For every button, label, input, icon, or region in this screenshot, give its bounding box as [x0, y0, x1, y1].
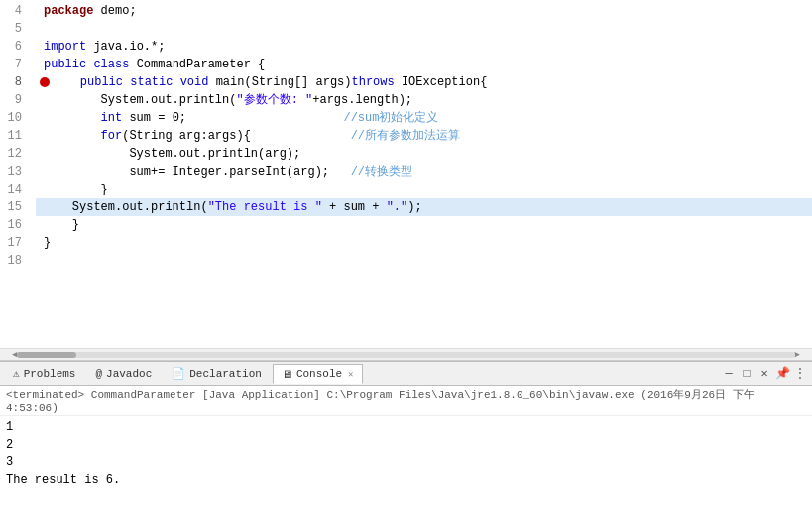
line-number: 8 [4, 73, 28, 91]
code-line [36, 20, 812, 38]
line-number: 14 [4, 181, 28, 198]
code-line: int sum = 0; //sum初始化定义 [36, 109, 812, 127]
maximize-console-btn[interactable]: □ [739, 366, 754, 382]
breakpoint-dot [40, 77, 50, 87]
console-output-line: 1 [6, 418, 806, 436]
line-number: 12 [4, 145, 28, 163]
tab-bar: ⚠ Problems @ Javadoc 📄 Declaration 🖥 Con… [0, 362, 812, 386]
line-number: 4 [4, 2, 28, 20]
scroll-right-btn[interactable]: ▶ [795, 349, 800, 360]
line-number: 17 [4, 234, 28, 252]
console-output-line: 3 [6, 454, 806, 471]
minimize-console-btn[interactable]: — [721, 366, 737, 382]
tab-javadoc-label: Javadoc [106, 368, 152, 380]
code-line: System.out.println("参数个数: "+args.length)… [36, 91, 812, 109]
code-line: } [36, 216, 812, 234]
line-number: 10 [4, 109, 28, 127]
line-number: 7 [4, 56, 28, 73]
menu-console-btn[interactable]: ⋮ [792, 366, 808, 382]
bottom-panel: ⚠ Problems @ Javadoc 📄 Declaration 🖥 Con… [0, 361, 812, 520]
scrollbar-thumb[interactable] [17, 352, 76, 358]
code-line: import java.io.*; [36, 38, 812, 56]
tab-declaration[interactable]: 📄 Declaration [163, 364, 271, 384]
console-output: 123The result is 6. [0, 416, 812, 520]
code-line: for(String arg:args){ //所有参数加法运算 [36, 127, 812, 145]
tab-javadoc[interactable]: @ Javadoc [86, 364, 161, 384]
code-line: } [36, 181, 812, 198]
console-output-line: 2 [6, 436, 806, 454]
line-number: 9 [4, 91, 28, 109]
line-numbers: 456789101112131415161718 [0, 0, 36, 348]
tab-bar-actions: — □ ✕ 📌 ⋮ [721, 366, 808, 382]
code-line: System.out.println("The result is " + su… [36, 198, 812, 216]
line-number: 18 [4, 252, 28, 270]
code-container: 456789101112131415161718 package demo;im… [0, 0, 812, 348]
problems-icon: ⚠ [13, 367, 20, 380]
code-lines[interactable]: package demo;import java.io.*;public cla… [36, 0, 812, 348]
horizontal-scrollbar[interactable]: ◀ ▶ [0, 348, 812, 360]
javadoc-icon: @ [95, 368, 102, 380]
code-line: package demo; [36, 2, 812, 20]
tab-console-label: Console [296, 368, 342, 380]
line-number: 15 [4, 198, 28, 216]
console-status: <terminated> CommandParameter [Java Appl… [0, 386, 812, 416]
code-line [36, 252, 812, 270]
line-number: 13 [4, 163, 28, 181]
code-line: } [36, 234, 812, 252]
code-line: System.out.println(arg); [36, 145, 812, 163]
line-number: 5 [4, 20, 28, 38]
console-icon: 🖥 [282, 368, 292, 381]
tab-declaration-label: Declaration [189, 368, 262, 380]
declaration-icon: 📄 [172, 367, 185, 380]
tab-problems-label: Problems [24, 368, 76, 380]
tab-problems[interactable]: ⚠ Problems [4, 364, 84, 384]
tab-console[interactable]: 🖥 Console ✕ [273, 364, 363, 384]
code-editor: 456789101112131415161718 package demo;im… [0, 0, 812, 361]
close-console-btn[interactable]: ✕ [756, 366, 772, 382]
line-number: 6 [4, 38, 28, 56]
line-number: 16 [4, 216, 28, 234]
code-line: public class CommandParameter { [36, 56, 812, 73]
console-output-line: The result is 6. [6, 471, 806, 489]
code-line: sum+= Integer.parseInt(arg); //转换类型 [36, 163, 812, 181]
scrollbar-track [17, 352, 794, 358]
line-number: 11 [4, 127, 28, 145]
pin-console-btn[interactable]: 📌 [774, 366, 790, 382]
console-close-btn[interactable]: ✕ [348, 369, 353, 380]
code-line: public static void main(String[] args)th… [36, 73, 812, 91]
